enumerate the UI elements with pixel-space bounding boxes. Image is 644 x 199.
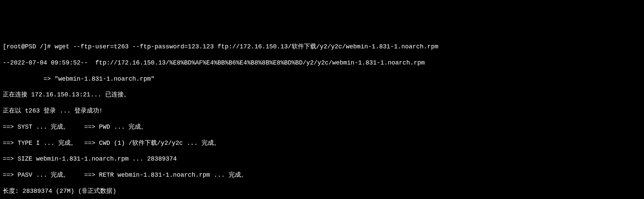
wget-output-pasv: ==> PASV ... 完成。 ==> RETR webmin-1.831-1… [3,171,641,179]
wget-output-length: 长度: 28389374 (27M) (非正式数据) [3,187,641,195]
wget-output-login: 正在以 t263 登录 ... 登录成功! [3,107,641,115]
command-line-1: [root@PSD /]# wget --ftp-user=t263 --ftp… [3,43,641,51]
wget-output-url: --2022-07-04 09:59:52-- ftp://172.16.150… [3,59,641,67]
wget-output-syst: ==> SYST ... 完成。 ==> PWD ... 完成。 [3,123,641,131]
shell-prompt: [root@PSD /]# [3,43,54,50]
wget-output-connecting: 正在连接 172.16.150.13:21... 已连接。 [3,91,641,99]
wget-output-size: ==> SIZE webmin-1.831-1.noarch.rpm ... 2… [3,155,641,163]
wget-output-type: ==> TYPE I ... 完成。 ==> CWD (1) /软件下载/y2/… [3,139,641,147]
wget-command: wget --ftp-user=t263 --ftp-password=123.… [54,43,438,50]
wget-output-target: => "webmin-1.831-1.noarch.rpm" [3,75,641,83]
terminal-output: [root@PSD /]# wget --ftp-user=t263 --ftp… [3,35,641,199]
